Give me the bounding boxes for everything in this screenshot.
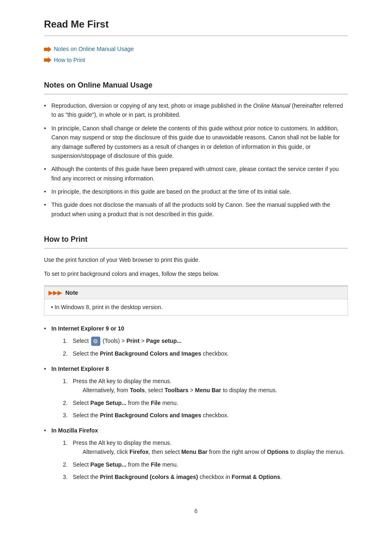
note-header: ▶▶▶ Note [44,287,348,299]
notes-bullet-1: Reproduction, diversion or copying of an… [44,101,348,120]
ie8-step-1: 1. Press the Alt key to display the menu… [63,377,348,395]
notes-bullet-2: In principle, Canon shall change or dele… [44,124,348,161]
print-sub-sections: In Internet Explorer 9 or 10 1. Select (… [44,324,348,482]
ie9-step-1: 1. Select (Tools) > Print > Page setup..… [63,336,348,346]
ie8-step-2-text: Select Page Setup... from the File menu. [73,400,178,406]
firefox-file-bold: File [151,461,161,468]
ie8-section: In Internet Explorer 8 1. Press the Alt … [44,364,348,420]
arrow-icon-1 [44,46,51,52]
ie9-steps: 1. Select (Tools) > Print > Page setup..… [63,336,348,358]
svg-marker-1 [44,57,51,63]
ie9-step-1-text: Select (Tools) > Print > Page setup... [73,338,182,344]
toc-link-notes[interactable]: Notes on Online Manual Usage [54,44,134,53]
ie8-step-1-text: Press the Alt key to display the menus. … [73,378,277,393]
page-setup-bold: Page setup... [146,338,182,344]
svg-marker-0 [44,46,51,52]
ie8-page-setup-bold: Page Setup... [90,400,127,406]
notes-bullet-4-text: In principle, the descriptions in this g… [51,188,291,195]
table-of-contents: Notes on Online Manual Usage How to Prin… [44,44,348,65]
ie9-section: In Internet Explorer 9 or 10 1. Select (… [44,324,348,358]
firefox-step-2: 2. Select Page Setup... from the File me… [63,460,348,469]
firefox-checkbox-bold: Print Background (colors & images) [100,474,198,480]
firefox-step-2-text: Select Page Setup... from the File menu. [73,461,178,468]
firefox-options-bold: Options [267,449,289,455]
note-title: Note [65,288,78,297]
ie9-step-2-text: Select the Print Background Colors and I… [73,350,229,357]
firefox-step-3-num: 3. [63,472,68,481]
section-title-print: How to Print [44,234,348,249]
ie9-step-2: 2. Select the Print Background Colors an… [63,349,348,358]
ie8-step-2-num: 2. [63,398,68,407]
firefox-step-2-num: 2. [63,460,68,469]
section-title-notes: Notes on Online Manual Usage [44,79,348,95]
ie9-step-2-num: 2. [63,349,68,358]
ie8-checkbox-bold: Print Background Colors and Images [100,412,201,419]
notes-bullet-3-text: Although the contents of this guide have… [51,166,339,181]
page-container: Read Me First Notes on Online Manual Usa… [19,0,373,548]
menubar-bold: Menu Bar [195,387,221,393]
firefox-steps: 1. Press the Alt key to display the menu… [63,438,348,482]
ie9-step-1-num: 1. [63,336,68,345]
firefox-bold: Firefox [129,449,149,455]
firefox-page-setup-bold: Page Setup... [90,461,127,468]
ie8-step-3: 3. Select the Print Background Colors an… [63,411,348,420]
toc-link-print[interactable]: How to Print [54,56,85,65]
firefox-step-1-text: Press the Alt key to display the menus. … [73,439,345,455]
notes-bullet-3: Although the contents of this guide have… [44,164,348,183]
toolbars-bold: Toolbars [164,387,188,393]
notes-bullet-5-text: This guide does not disclose the manuals… [51,201,330,217]
firefox-label: In Mozilla Firefox [51,427,98,434]
ie9-label: In Internet Explorer 9 or 10 [51,325,124,332]
toc-item-1: Notes on Online Manual Usage [44,44,348,53]
ie8-step-1-continuation: Alternatively, from Tools, select Toolba… [83,387,277,393]
ie8-step-3-text: Select the Print Background Colors and I… [73,412,229,419]
tools-bold: Tools [130,387,145,393]
ie9-checkbox-bold: Print Background Colors and Images [100,350,201,357]
firefox-section: In Mozilla Firefox 1. Press the Alt key … [44,426,348,482]
firefox-step-1-continuation: Alternatively, click Firefox, then selec… [83,449,345,455]
firefox-step-3-text: Select the Print Background (colors & im… [73,474,282,480]
ie8-steps: 1. Press the Alt key to display the menu… [63,377,348,420]
firefox-step-1-num: 1. [63,438,68,447]
notes-bullet-1-text: Reproduction, diversion or copying of an… [51,102,343,118]
notes-bullet-4: In principle, the descriptions in this g… [44,187,348,196]
firefox-menubar-bold: Menu Bar [181,449,208,455]
ie8-file-bold: File [151,400,161,406]
firefox-format-bold: Format & Options [232,474,280,480]
notes-bullet-2-text: In principle, Canon shall change or dele… [51,125,340,159]
firefox-step-3: 3. Select the Print Background (colors &… [63,472,348,481]
notes-bullet-5: This guide does not disclose the manuals… [44,200,348,219]
note-body: • In Windows 8, print in the desktop ver… [44,299,348,315]
notes-bullet-list: Reproduction, diversion or copying of an… [44,101,348,219]
toc-item-2: How to Print [44,56,348,65]
note-box: ▶▶▶ Note • In Windows 8, print in the de… [44,285,348,316]
page-number: 6 [44,506,348,516]
arrow-icon-2 [44,57,51,63]
ie8-step-1-num: 1. [63,377,68,386]
ie8-step-2: 2. Select Page Setup... from the File me… [63,398,348,407]
firefox-step-1: 1. Press the Alt key to display the menu… [63,438,348,457]
note-chevrons-icon: ▶▶▶ [48,288,62,297]
note-item-1: • In Windows 8, print in the desktop ver… [51,304,163,310]
gear-icon [91,337,100,346]
print-intro-2: To set to print background colors and im… [44,269,348,278]
page-title: Read Me First [44,16,348,36]
print-intro-1: Use the print function of your Web brows… [44,255,348,264]
print-bold: Print [127,338,140,344]
ie8-label: In Internet Explorer 8 [51,365,109,372]
online-manual-italic: Online Manual [253,102,290,109]
ie8-step-3-num: 3. [63,411,68,420]
